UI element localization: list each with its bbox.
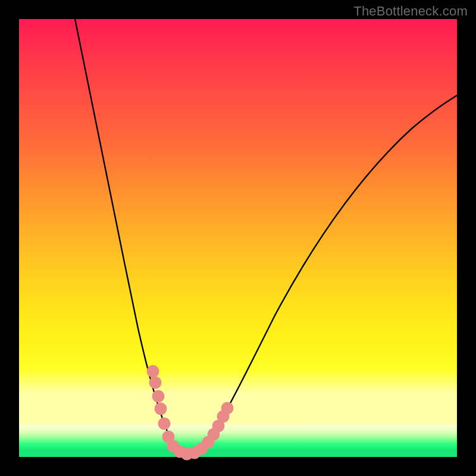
marker-dot [158,418,171,430]
marker-group [147,365,234,461]
watermark-text: TheBottleneck.com [353,4,468,19]
plot-area [19,19,457,457]
chart-svg [19,19,457,457]
marker-dot [152,390,165,403]
marker-dot [147,365,159,378]
chart-frame: TheBottleneck.com [0,0,476,476]
marker-dot [149,377,162,389]
bottleneck-curve [74,13,459,454]
marker-dot [155,403,167,415]
marker-dot [221,402,234,415]
